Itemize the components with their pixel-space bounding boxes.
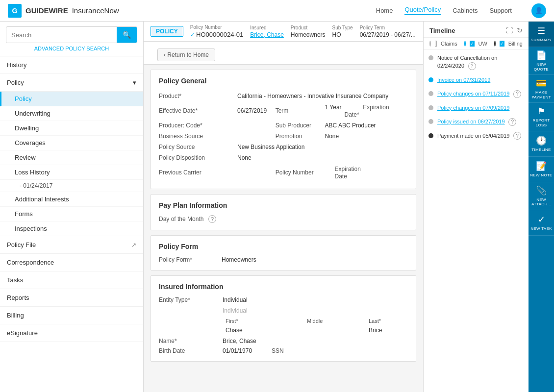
search-input[interactable] (6, 27, 117, 43)
search-box: 🔍 (6, 26, 137, 43)
day-help-icon[interactable]: ? (208, 215, 216, 223)
policy-file-label: Policy File (7, 241, 36, 248)
timeline-panel: Timeline ⛶ ↻ Claims ✓ UW ✓ Billing Notic… (423, 22, 529, 392)
name-fields-grid: First* Middle Last* Chase Brice (159, 318, 408, 334)
eff-date-value: 06/27/2019 (237, 101, 276, 120)
return-home-bar: ‹ Return to Home (144, 42, 423, 65)
nav-support[interactable]: Support (489, 7, 512, 14)
producer-label: Producer: Code* (159, 120, 237, 131)
event-dot-3 (428, 91, 433, 96)
billing-checkbox[interactable]: ✓ (500, 41, 504, 47)
prev-carrier-value (237, 163, 276, 182)
exp-date-label2: Date* (345, 111, 359, 118)
full-name-value: Brice, Chase (223, 338, 256, 344)
event-help-5[interactable]: ? (508, 118, 516, 126)
sidebar-subitem-underwriting[interactable]: Underwriting (0, 106, 143, 121)
new-attach-icon: 📎 (536, 185, 547, 196)
sidebar-subitem-policy[interactable]: Policy (0, 92, 143, 106)
prev-policy-num-label: Policy Number (276, 163, 325, 182)
insured-link[interactable]: Brice, Chase (250, 31, 284, 38)
new-quote-button[interactable]: 📄 NEW QUOTE (529, 47, 554, 75)
billing-dot (494, 41, 496, 47)
event-text-5[interactable]: Policy issued on 06/27/2019 (437, 119, 505, 124)
new-note-button[interactable]: 📝 NEW NOTE (529, 157, 554, 182)
policy-source-value: New Business Application (237, 142, 408, 152)
prev-policy-row: Expiration Date (325, 163, 408, 182)
nav-home[interactable]: Home (376, 7, 393, 14)
make-payment-button[interactable]: 💳 MAKE PAYMENT (529, 75, 554, 103)
exp-date-label: Expiration (363, 104, 389, 111)
last-value: Brice (369, 327, 408, 334)
sidebar-subitem-loss-history[interactable]: Loss History (0, 165, 143, 180)
search-button[interactable]: 🔍 (117, 27, 137, 43)
return-home-button[interactable]: ‹ Return to Home (157, 49, 215, 61)
sub-producer-label: Sub Producer (276, 120, 325, 131)
event-text-3[interactable]: Policy changes on 07/11/2019 (437, 91, 509, 97)
timeline-label: TIMELINE (531, 147, 551, 152)
uw-label: UW (478, 41, 487, 47)
uw-checkbox[interactable]: ✓ (470, 41, 475, 47)
biz-source-value (237, 131, 276, 142)
full-name-label: Name* (159, 338, 218, 344)
subtype-label: Sub Type (332, 25, 353, 30)
timeline-header-icons: ⛶ ↻ (506, 26, 523, 34)
sidebar-loss-sub-item[interactable]: - 01/24/2017 (0, 180, 143, 192)
policy-term-value: 06/27/2019 - 06/27/... (360, 31, 416, 38)
event-help-6[interactable]: ? (513, 132, 521, 140)
nav-quote-policy[interactable]: Quote/Policy (404, 6, 441, 15)
report-loss-button[interactable]: ⚑ REPORT LOSS (529, 103, 554, 131)
logo-text: GUIDEWIRE (25, 6, 68, 15)
promotion-value: None (325, 131, 408, 142)
product-label: Product (291, 25, 326, 30)
sidebar-item-correspondence[interactable]: Correspondence (0, 254, 143, 271)
sidebar-subitem-dwelling[interactable]: Dwelling (0, 121, 143, 136)
sidebar-item-history[interactable]: History (0, 56, 143, 74)
policy-arrow-icon: ▾ (133, 79, 136, 86)
timeline-icon-btn-1[interactable]: ⛶ (506, 26, 513, 34)
nav-cabinets[interactable]: Cabinets (453, 7, 478, 14)
event-text-4[interactable]: Policy changes on 07/09/2019 (437, 105, 509, 111)
sidebar-subitem-additional-interests[interactable]: Additional Interests (0, 192, 143, 207)
event-content-3: Policy changes on 07/11/2019 ? (437, 90, 524, 98)
sidebar-item-tasks[interactable]: Tasks (0, 271, 143, 289)
policy-header: POLICY Policy Number ✓ HO00000024-01 Ins… (144, 22, 423, 42)
new-task-button[interactable]: ✓ NEW TASK (529, 210, 554, 236)
name-row: Name* Brice, Chase (159, 338, 408, 344)
summary-button[interactable]: ☰ SUMMARY (529, 22, 554, 47)
timeline-header: Timeline ⛶ ↻ (424, 22, 529, 38)
sidebar: 🔍 ADVANCED POLICY SEARCH History Policy … (0, 22, 144, 392)
policy-general-section: Policy General Product* California - Hom… (151, 70, 416, 189)
new-note-label: NEW NOTE (530, 173, 553, 178)
timeline-button[interactable]: 🕐 TIMELINE (529, 131, 554, 157)
product-field-label: Product* (159, 91, 237, 101)
event-text-2[interactable]: Invoice on 07/31/2019 (437, 77, 490, 83)
timeline-icon-btn-2[interactable]: ↻ (517, 26, 523, 34)
event-content-1: Notice of Cancellation on 02/24/2020 ? (437, 54, 524, 70)
middle-value (307, 327, 366, 334)
prev-carrier-label: Previous Carrier (159, 163, 237, 182)
pay-plan-title: Pay Plan Information (159, 201, 408, 209)
claims-checkbox[interactable] (435, 41, 437, 47)
timeline-icon: 🕐 (536, 135, 547, 146)
user-avatar[interactable]: 👤 (531, 3, 546, 18)
sidebar-item-policy-file[interactable]: Policy File ↗ (0, 236, 143, 254)
claims-label: Claims (441, 41, 457, 47)
sidebar-item-esignature[interactable]: eSignature (0, 324, 143, 342)
sidebar-item-policy[interactable]: Policy ▾ (0, 74, 143, 92)
new-attach-button[interactable]: 📎 NEW ATTACH... (529, 182, 554, 210)
event-help-3[interactable]: ? (513, 90, 521, 98)
sidebar-subitem-inspections[interactable]: Inspections (0, 221, 143, 236)
entity-type-row: Entity Type* Individual (159, 296, 408, 303)
sidebar-item-reports[interactable]: Reports (0, 289, 143, 307)
ssn-label: SSN (272, 347, 284, 354)
event-text-1: Notice of Cancellation on 02/24/2020 (437, 55, 497, 69)
sidebar-item-billing[interactable]: Billing (0, 307, 143, 324)
logo-product: InsuranceNow (72, 6, 119, 15)
sidebar-subitem-review[interactable]: Review (0, 150, 143, 165)
main-area: 🔍 ADVANCED POLICY SEARCH History Policy … (0, 22, 554, 392)
advanced-search-link[interactable]: ADVANCED POLICY SEARCH (6, 43, 137, 53)
sidebar-subitem-coverages[interactable]: Coverages (0, 136, 143, 150)
sidebar-subitem-forms[interactable]: Forms (0, 207, 143, 221)
event-help-1[interactable]: ? (468, 62, 476, 70)
table-row: Product* California - Homeowners - Innov… (159, 91, 408, 101)
